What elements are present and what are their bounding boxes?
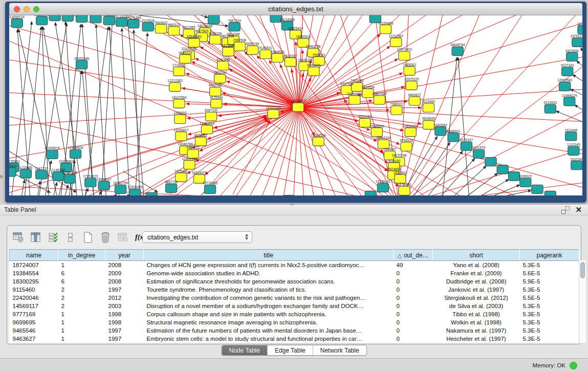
panel-resize-grip[interactable] xyxy=(290,203,294,205)
show-column-icon[interactable] xyxy=(30,231,42,244)
cell[interactable]: Corpus callosum shape and size in male p… xyxy=(144,310,394,318)
graph-node[interactable] xyxy=(247,46,258,54)
column-header-short[interactable]: short xyxy=(433,250,520,261)
cell[interactable]: Franke et al. (2009) xyxy=(433,269,520,277)
cell[interactable]: 0 xyxy=(394,269,433,277)
cell[interactable]: 1 xyxy=(58,318,105,326)
graph-node[interactable] xyxy=(142,23,154,31)
cell[interactable]: Hescheler et al. (1997) xyxy=(433,335,520,343)
table-row[interactable]: 911546021997Tourette syndrome. Phenomeno… xyxy=(10,286,579,294)
graph-node[interactable] xyxy=(11,19,23,28)
graph-node[interactable] xyxy=(129,189,141,195)
cell[interactable]: 18300295 xyxy=(10,277,58,286)
graph-node[interactable] xyxy=(115,185,126,193)
graph-node[interactable] xyxy=(349,96,360,104)
graph-node[interactable] xyxy=(404,67,415,75)
cell[interactable]: 2003 xyxy=(105,302,144,310)
cell[interactable]: 5.3E-5 xyxy=(520,286,579,294)
graph-node[interactable] xyxy=(371,128,382,137)
graph-node[interactable] xyxy=(210,87,221,96)
cell[interactable]: Nakamura et al. (1997) xyxy=(433,326,520,335)
cell[interactable]: Investigating the contribution of common… xyxy=(144,294,394,302)
graph-node[interactable] xyxy=(76,60,88,69)
column-header-in_degree[interactable]: in_degree xyxy=(58,250,105,261)
column-header-pagerank[interactable]: pagerank xyxy=(520,250,579,261)
table-row[interactable]: 1456911722003Disruption of a novel membe… xyxy=(10,302,579,310)
cell[interactable]: 0 xyxy=(394,335,433,343)
cell[interactable]: Genome-wide association studies in ADHD. xyxy=(144,269,394,277)
cell[interactable]: 14569117 xyxy=(10,302,58,310)
column-header-out_de[interactable]: △out_de… xyxy=(394,250,433,261)
graph-node[interactable] xyxy=(36,170,47,179)
tab-network-table[interactable]: Network Table xyxy=(313,345,366,355)
graph-node[interactable] xyxy=(545,104,556,113)
graph-node[interactable] xyxy=(448,133,459,142)
graph-node[interactable] xyxy=(365,191,376,195)
graph-node[interactable] xyxy=(49,15,60,21)
cell[interactable]: 0 xyxy=(394,277,433,286)
cell[interactable]: 1 xyxy=(58,261,105,269)
create-column-icon[interactable] xyxy=(82,231,94,244)
table-row[interactable]: 969969511998Structural magnetic resonanc… xyxy=(10,318,579,326)
graph-node[interactable] xyxy=(395,174,406,183)
graph-node[interactable] xyxy=(292,103,303,112)
graph-node[interactable] xyxy=(201,125,212,134)
graph-node[interactable] xyxy=(173,99,185,108)
cell[interactable]: de Silva et al. (2003) xyxy=(433,302,520,310)
graph-node[interactable] xyxy=(85,178,96,187)
cell[interactable]: 1997 xyxy=(105,326,144,335)
graph-node[interactable] xyxy=(399,52,410,60)
graph-node[interactable] xyxy=(268,110,279,118)
cell[interactable]: 5.6E-5 xyxy=(520,269,579,277)
graph-node[interactable] xyxy=(47,150,58,159)
select-all-icon[interactable] xyxy=(47,231,59,244)
collapsed-panel-arrow-icon[interactable] xyxy=(1,174,3,179)
cell[interactable]: 5.3E-5 xyxy=(520,310,579,318)
cell[interactable]: Estimation of significance thresholds fo… xyxy=(144,277,394,286)
table-row[interactable]: 977716911998Corpus callosum shape and si… xyxy=(10,310,579,318)
cell[interactable]: 9463627 xyxy=(10,335,58,343)
cell[interactable]: 5.3E-5 xyxy=(520,302,579,310)
graph-node[interactable] xyxy=(497,165,508,174)
graph-node[interactable] xyxy=(568,146,579,155)
graph-node[interactable] xyxy=(208,15,220,24)
column-header-name[interactable]: name xyxy=(10,250,58,261)
graph-node[interactable] xyxy=(285,58,296,67)
cell[interactable]: Tibbo et al. (1998) xyxy=(433,310,520,318)
graph-node[interactable] xyxy=(423,120,434,129)
graph-node[interactable] xyxy=(409,97,420,105)
cell[interactable]: 5.3E-5 xyxy=(520,335,579,343)
graph-node[interactable] xyxy=(103,16,115,25)
cell[interactable]: 2012 xyxy=(105,294,144,302)
graph-node[interactable] xyxy=(423,103,434,112)
graph-node[interactable] xyxy=(508,172,519,181)
graph-node[interactable] xyxy=(204,185,215,193)
column-header-title[interactable]: title xyxy=(144,250,394,261)
cell[interactable]: 6 xyxy=(58,269,105,277)
cell[interactable]: 9465546 xyxy=(10,326,58,335)
cell[interactable]: 1 xyxy=(58,326,105,335)
cell[interactable]: 1997 xyxy=(105,335,144,343)
float-panel-icon[interactable] xyxy=(561,206,570,214)
cell[interactable]: 0 xyxy=(394,318,433,326)
graph-node[interactable] xyxy=(36,16,48,25)
cell[interactable]: Structural magnetic resonance image aver… xyxy=(144,318,394,326)
graph-node[interactable] xyxy=(211,99,222,108)
cell[interactable]: Tourette syndrome. Phenomenology and cla… xyxy=(144,286,394,294)
cell[interactable]: Jankovic et al. (1997) xyxy=(433,286,520,294)
graph-node[interactable] xyxy=(9,168,16,177)
graph-node[interactable] xyxy=(565,132,577,141)
cell[interactable]: 1997 xyxy=(105,286,144,294)
graph-node[interactable] xyxy=(452,47,463,55)
delete-column-icon[interactable] xyxy=(99,231,112,244)
graph-node[interactable] xyxy=(374,96,385,104)
graph-node[interactable] xyxy=(578,26,582,34)
table-row[interactable]: 1830029562008Estimation of significance … xyxy=(10,277,579,286)
graph-node[interactable] xyxy=(223,47,234,56)
graph-node[interactable] xyxy=(473,149,485,158)
graph-node[interactable] xyxy=(188,38,200,47)
graph-node[interactable] xyxy=(406,81,417,90)
graph-node[interactable] xyxy=(401,142,412,151)
graph-node[interactable] xyxy=(146,192,157,195)
table-row[interactable]: 1872400712008Changes of HCN gene express… xyxy=(10,261,579,269)
